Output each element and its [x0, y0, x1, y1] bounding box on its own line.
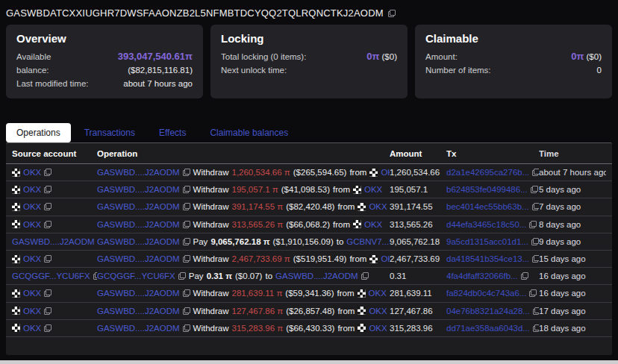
copy-icon[interactable] [531, 186, 538, 193]
copy-icon[interactable] [361, 272, 369, 280]
copy-icon[interactable] [44, 324, 52, 332]
operation-amount: 0.31 π [207, 272, 232, 280]
tab-claimable-balances[interactable]: Claimable balances [199, 123, 299, 142]
copy-icon[interactable] [44, 255, 52, 263]
copy-icon[interactable] [531, 238, 539, 245]
tx-link[interactable]: dd71ae358aa6043d... [446, 324, 530, 333]
source-account-link[interactable]: OKX [23, 254, 41, 263]
tx-link[interactable]: d44efa3465c18c50... [446, 220, 526, 229]
amount-cell: 281,639.11 [390, 289, 446, 298]
copy-icon[interactable] [529, 289, 537, 297]
usd-amount: ($82,815,116.81) [128, 66, 193, 75]
tx-link[interactable]: b624853fe0499486... [446, 185, 528, 194]
source-account-link[interactable]: OKX [23, 324, 41, 333]
copy-icon[interactable] [183, 221, 190, 228]
tx-link[interactable]: d2a1e42695ca276b... [446, 168, 529, 177]
operation-target-link[interactable]: OKX [369, 324, 387, 333]
copy-icon[interactable] [183, 238, 190, 245]
operation-cell: GASWBD....J2AODM Withdraw 391,174.55 π (… [97, 202, 390, 211]
tab-operations[interactable]: Operations [6, 123, 71, 142]
operation-account-link[interactable]: GASWBD....J2AODM [97, 289, 180, 298]
source-account-link[interactable]: OKX [23, 289, 41, 298]
table-row: GASWBD....J2AODM GASWBD....J2AODM Pay 9,… [6, 233, 612, 251]
operation-cell: GASWBD....J2AODM Pay 9,065,762.18 π ($1,… [97, 237, 390, 246]
operation-account-link[interactable]: GASWBD....J2AODM [97, 202, 180, 211]
copy-icon[interactable] [183, 324, 190, 332]
copy-icon[interactable] [93, 272, 97, 280]
copy-icon[interactable] [529, 221, 537, 228]
table-row: OKX GASWBD....J2AODM Withdraw 315,283.96… [6, 320, 612, 337]
copy-icon[interactable] [532, 255, 539, 263]
summary-card: Locking Total locking (0 items): 0π ($0)… [210, 25, 408, 98]
source-account-cell: OKX [12, 202, 97, 211]
time-cell: about 7 hours ago [539, 168, 606, 177]
source-account-link[interactable]: GCQGGF...YCU6FX [12, 272, 90, 280]
operation-target-link[interactable]: OKX [381, 254, 390, 263]
copy-icon[interactable] [178, 272, 186, 280]
table-row: OKX GASWBD....J2AODM Withdraw 1,260,534.… [6, 164, 612, 181]
operation-target-link[interactable]: GCBNV7...5BC4SS [346, 237, 390, 246]
operation-target-link[interactable]: OKX [369, 289, 387, 298]
tab-bar: Operations Transactions Effects Claimabl… [6, 123, 612, 142]
copy-icon[interactable] [44, 169, 52, 176]
tab-transactions[interactable]: Transactions [74, 123, 146, 142]
copy-icon[interactable] [44, 186, 52, 193]
operation-account-link[interactable]: GASWBD....J2AODM [97, 220, 180, 229]
tx-link[interactable]: bec4014ec55bb63b... [446, 202, 529, 211]
operation-account-link[interactable]: GASWBD....J2AODM [97, 254, 180, 263]
okx-icon [12, 255, 20, 263]
operation-account-link[interactable]: GASWBD....J2AODM [97, 307, 180, 316]
operation-cell: GCQGGF...YCU6FX Pay 0.31 π ($0.07) to GA… [97, 272, 390, 280]
okx-icon [358, 289, 366, 298]
source-account-link[interactable]: OKX [23, 168, 41, 177]
operation-amount: 1,260,534.66 π [231, 168, 290, 177]
copy-icon[interactable] [533, 307, 539, 315]
copy-icon[interactable] [183, 169, 190, 176]
copy-icon[interactable] [44, 307, 52, 315]
source-account-link[interactable]: OKX [23, 307, 41, 316]
copy-icon[interactable] [183, 255, 190, 263]
operation-usd: ($66,068.2) [286, 220, 330, 229]
copy-icon[interactable] [44, 289, 52, 297]
operation-usd: ($66,430.33) [286, 324, 334, 333]
tx-link[interactable]: 04e76b8321a24a28... [446, 307, 530, 316]
source-account-link[interactable]: OKX [23, 202, 41, 211]
tab-effects[interactable]: Effects [149, 123, 196, 142]
operation-account-link[interactable]: GASWBD....J2AODM [97, 237, 180, 246]
copy-icon[interactable] [521, 272, 528, 280]
operation-preposition: to [337, 237, 344, 246]
operation-amount: 315,283.96 π [231, 324, 283, 333]
operation-verb: Pay [193, 237, 208, 246]
operation-target-link[interactable]: OKX [369, 307, 387, 316]
tx-link[interactable]: 4fa4dfaff32066fb... [446, 272, 518, 280]
copy-icon[interactable] [183, 289, 190, 297]
header-source-account: Source account [12, 149, 97, 158]
copy-icon[interactable] [388, 10, 396, 17]
source-account-link[interactable]: OKX [23, 185, 41, 194]
operation-target-link[interactable]: OKX [364, 220, 382, 229]
tx-link[interactable]: 9a5cd1315acc01d1... [446, 237, 528, 246]
operation-target-link[interactable]: OKX [364, 185, 382, 194]
copy-icon[interactable] [183, 307, 190, 315]
copy-icon[interactable] [44, 221, 52, 228]
operation-account-link[interactable]: GASWBD....J2AODM [97, 185, 180, 194]
operation-account-link[interactable]: GCQGGF...YCU6FX [97, 272, 175, 280]
tx-link[interactable]: fa824db0c4c743a6... [446, 289, 526, 298]
tx-link[interactable]: da418541b354ce13... [446, 254, 529, 263]
copy-icon[interactable] [532, 169, 539, 176]
operation-verb: Withdraw [193, 202, 229, 211]
operation-target-link[interactable]: GASWBD....J2AODM [275, 272, 358, 280]
copy-icon[interactable] [44, 203, 52, 210]
operation-target-link[interactable]: OKX [381, 168, 390, 177]
copy-icon[interactable] [183, 203, 190, 210]
source-account-link[interactable]: OKX [23, 220, 41, 229]
operation-account-link[interactable]: GASWBD....J2AODM [97, 324, 180, 333]
source-account-link[interactable]: GASWBD....J2AODM [12, 237, 95, 246]
copy-icon[interactable] [183, 186, 190, 193]
operation-account-link[interactable]: GASWBD....J2AODM [97, 168, 180, 177]
copy-icon[interactable] [533, 324, 539, 332]
card-row: Next unlock time: [221, 63, 397, 77]
operation-target-link[interactable]: OKX [369, 202, 387, 211]
source-account-cell: OKX [12, 307, 97, 316]
copy-icon[interactable] [532, 203, 539, 210]
